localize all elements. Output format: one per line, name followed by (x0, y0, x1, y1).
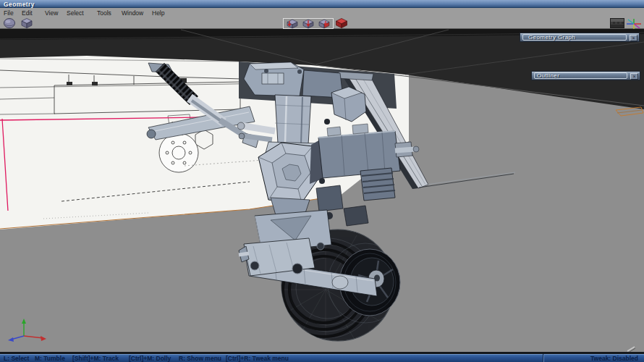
shortcut-middle-tumble: M: Tumble (35, 355, 65, 362)
menu-bar: File Edit View Select Tools Window Help (0, 8, 644, 17)
menu-window[interactable]: Window (122, 9, 143, 17)
menu-help[interactable]: Help (152, 9, 164, 17)
panel-outliner-close-icon[interactable]: × (630, 73, 638, 80)
window-title: Geometry (4, 1, 35, 8)
cube-mode-icon-2[interactable] (301, 19, 315, 29)
shortcut-ctrl-dolly: [Ctrl]+M: Dolly (129, 355, 171, 362)
panel-outliner[interactable]: Outliner × (531, 71, 640, 80)
tweak-status: Tweak: Disabled (590, 355, 638, 362)
menu-tools[interactable]: Tools (97, 9, 111, 17)
cube-mode-icon-3[interactable] (317, 19, 331, 29)
shortcut-ctrl-tweak: [Ctrl]+R: Tweak menu (226, 355, 289, 362)
panel-geometry-graph-title: Geometry Graph (528, 34, 575, 41)
wire-cube-icon[interactable] (20, 18, 34, 28)
menu-select[interactable]: Select (67, 9, 84, 17)
shortcut-left-select: L: Select (4, 355, 29, 362)
shaded-swatch-icon[interactable] (610, 18, 624, 28)
viewport-resize-grip[interactable] (625, 345, 636, 352)
status-bar: L: Select M: Tumble [Shift]+M: Track [Ct… (0, 354, 644, 362)
cube-mode-icon-1[interactable] (285, 19, 300, 29)
menu-view[interactable]: View (45, 9, 58, 17)
axis-star-icon[interactable] (626, 18, 642, 30)
tweak-status-cell: Tweak: Disabled (543, 354, 644, 362)
application-window: Geometry File Edit View Select Tools Win… (0, 0, 644, 362)
shortcut-shift-track: [Shift]+M: Track (72, 355, 119, 362)
toolbar (0, 17, 644, 29)
panel-outliner-title: Outliner (537, 72, 559, 79)
menu-edit[interactable]: Edit (22, 9, 33, 17)
window-title-bar[interactable]: Geometry (0, 0, 644, 8)
shortcut-right-menu: R: Show menu (179, 355, 221, 362)
red-cube-icon[interactable] (334, 18, 349, 28)
rounded-cube-icon[interactable] (3, 18, 17, 28)
selection-mode-group (283, 18, 334, 29)
menu-file[interactable]: File (4, 9, 14, 17)
panel-geometry-graph[interactable]: Geometry Graph × (520, 33, 640, 42)
panel-geometry-graph-close-icon[interactable]: × (630, 35, 637, 41)
